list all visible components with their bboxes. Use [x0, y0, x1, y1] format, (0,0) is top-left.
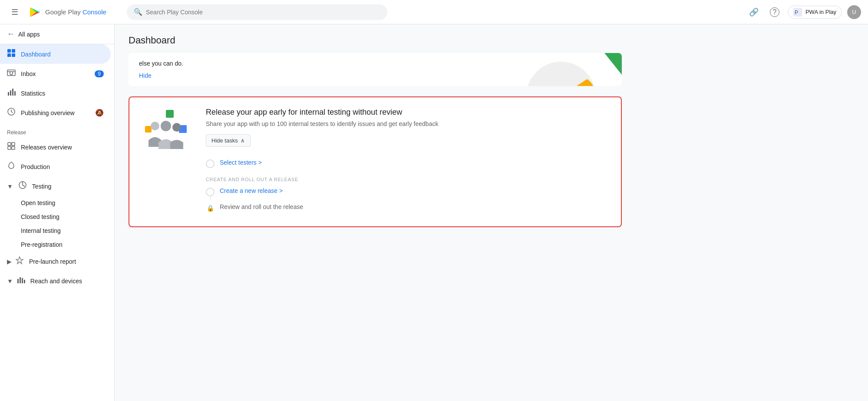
task-label-create-release[interactable]: Create a new release >	[220, 187, 283, 194]
releases-overview-icon	[7, 142, 16, 152]
sidebar-item-internal-testing[interactable]: Internal testing	[0, 224, 111, 238]
sidebar-item-releases-overview-label: Releases overview	[21, 144, 72, 151]
sidebar-item-pre-launch-report[interactable]: ▶ Pre-launch report	[0, 252, 111, 271]
tasks-list: Select testers >	[206, 156, 611, 172]
partial-card-text: else you can do.	[139, 60, 183, 67]
create-release-section: CREATE AND ROLL OUT A RELEASE	[206, 172, 611, 184]
reach-icon	[17, 275, 25, 286]
topbar: ☰ Google Play Console 🔍 🔗 ? P	[0, 0, 868, 24]
partial-illustration	[474, 53, 622, 86]
card-title: Release your app early for internal test…	[206, 108, 611, 117]
task-item-review-release: 🔒 Review and roll out the release	[206, 200, 611, 216]
svg-rect-17	[20, 277, 21, 283]
sidebar-item-closed-testing[interactable]: Closed testing	[0, 210, 111, 224]
sidebar: ← All apps Dashboard Inbox 9 Statistics	[0, 24, 115, 401]
svg-rect-7	[8, 92, 9, 96]
app-chip[interactable]: P PWA in Play	[788, 6, 842, 19]
dashboard-icon	[7, 49, 16, 60]
svg-rect-18	[22, 278, 23, 283]
topbar-left: ☰ Google Play Console	[7, 4, 120, 20]
card-illustration	[140, 108, 192, 152]
production-icon	[7, 161, 16, 172]
hide-link[interactable]: Hide	[139, 72, 152, 79]
lock-icon: 🔒	[206, 204, 215, 212]
statistics-icon	[7, 88, 16, 99]
search-input[interactable]	[146, 9, 380, 16]
partial-card-left: else you can do. Hide	[139, 60, 183, 79]
back-arrow-icon: ←	[7, 30, 15, 39]
app-icon: P	[793, 8, 802, 17]
top-partial-card: else you can do. Hide	[129, 53, 622, 86]
hamburger-icon: ☰	[11, 7, 18, 17]
sidebar-item-reach-and-devices[interactable]: ▼ Reach and devices	[0, 271, 111, 291]
help-icon: ?	[770, 7, 779, 17]
create-release-circle-icon	[206, 188, 215, 196]
reach-chevron-icon: ▼	[7, 278, 13, 285]
svg-rect-16	[17, 279, 19, 283]
help-button[interactable]: ?	[767, 4, 782, 20]
logo-area: Google Play Console	[28, 5, 106, 19]
sidebar-item-closed-testing-label: Closed testing	[21, 213, 59, 220]
task-label-review-release: Review and roll out the release	[220, 203, 303, 210]
hide-tasks-label: Hide tasks	[211, 137, 238, 144]
avatar[interactable]: U	[847, 5, 861, 19]
google-play-logo-icon	[28, 5, 42, 19]
sidebar-item-internal-testing-label: Internal testing	[21, 227, 61, 234]
svg-rect-3	[12, 49, 15, 53]
sidebar-item-pre-registration[interactable]: Pre-registration	[0, 238, 111, 252]
svg-rect-25	[145, 126, 152, 133]
pre-launch-chevron-icon: ▶	[7, 258, 12, 265]
sidebar-item-dashboard[interactable]: Dashboard	[0, 44, 111, 64]
testing-chevron-icon: ▼	[7, 183, 13, 190]
task-circle-icon	[206, 159, 215, 168]
svg-rect-4	[7, 53, 11, 57]
inbox-icon	[7, 68, 16, 79]
sidebar-item-inbox[interactable]: Inbox 9	[0, 64, 111, 83]
mute-icon: 🔕	[95, 109, 104, 117]
publishing-overview-icon	[7, 107, 16, 118]
sidebar-item-inbox-label: Inbox	[21, 70, 36, 77]
svg-rect-14	[8, 146, 11, 149]
start-testing-card: Release your app early for internal test…	[129, 96, 622, 227]
create-release-section-label: CREATE AND ROLL OUT A RELEASE	[206, 177, 611, 182]
hide-tasks-button[interactable]: Hide tasks ∧	[206, 134, 251, 147]
sidebar-item-publishing-overview-label: Publishing overview	[21, 109, 75, 116]
svg-rect-5	[12, 53, 15, 57]
create-tasks-list: Create a new release > 🔒 Review and roll…	[206, 184, 611, 216]
sidebar-item-open-testing[interactable]: Open testing	[0, 196, 111, 210]
svg-point-28	[172, 123, 181, 132]
sidebar-item-statistics[interactable]: Statistics	[0, 83, 111, 103]
hamburger-button[interactable]: ☰	[7, 4, 23, 20]
svg-point-26	[151, 122, 159, 130]
sidebar-item-dashboard-label: Dashboard	[21, 51, 51, 58]
chevron-up-icon: ∧	[241, 137, 245, 144]
svg-rect-10	[14, 91, 16, 96]
task-item-create-release: Create a new release >	[206, 184, 611, 200]
svg-rect-19	[24, 280, 25, 283]
card-subtitle: Share your app with up to 100 internal t…	[206, 120, 611, 127]
topbar-right: 🔗 ? P PWA in Play U	[746, 4, 861, 20]
all-apps-label: All apps	[18, 31, 40, 38]
task-label-select-testers[interactable]: Select testers >	[220, 159, 262, 166]
page-title: Dashboard	[129, 35, 622, 46]
svg-point-27	[161, 121, 171, 131]
svg-rect-2	[7, 49, 11, 53]
sidebar-item-pre-registration-label: Pre-registration	[21, 241, 63, 248]
sidebar-item-testing[interactable]: ▼ Testing	[0, 176, 111, 196]
testing-icon	[18, 181, 27, 192]
search-bar[interactable]: 🔍	[127, 4, 387, 20]
sidebar-item-statistics-label: Statistics	[21, 90, 45, 97]
sidebar-item-releases-overview[interactable]: Releases overview	[0, 137, 111, 157]
svg-rect-13	[12, 143, 15, 146]
sidebar-item-reach-devices-label: Reach and devices	[30, 278, 82, 285]
svg-rect-12	[8, 143, 11, 146]
svg-rect-9	[12, 89, 13, 96]
content-area: Dashboard else you can do. Hide	[115, 24, 868, 401]
link-button[interactable]: 🔗	[746, 4, 762, 20]
sidebar-item-open-testing-label: Open testing	[21, 199, 55, 206]
task-item-select-testers: Select testers >	[206, 156, 611, 172]
pre-launch-icon	[15, 256, 24, 267]
all-apps-button[interactable]: ← All apps	[0, 24, 114, 44]
sidebar-item-publishing-overview[interactable]: Publishing overview 🔕	[0, 103, 111, 123]
sidebar-item-production[interactable]: Production	[0, 157, 111, 176]
